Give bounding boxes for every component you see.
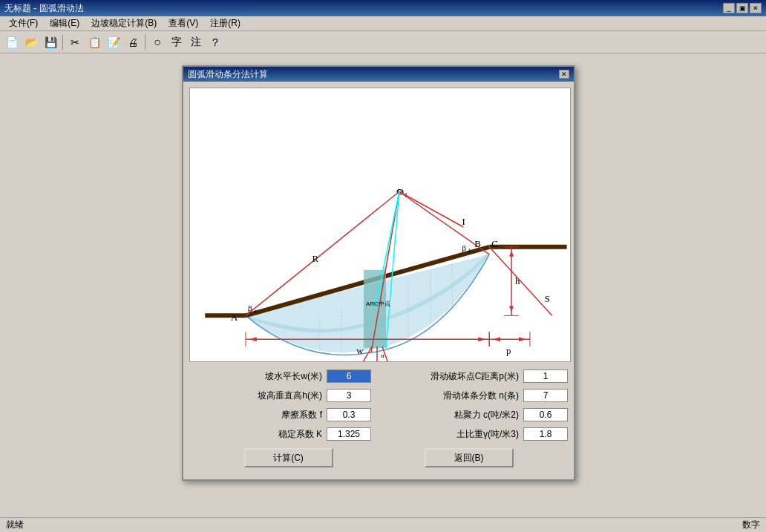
slope-w-input[interactable] (327, 370, 371, 383)
menu-file[interactable]: 文件(F) (3, 16, 44, 30)
menu-edit[interactable]: 编辑(E) (44, 16, 85, 30)
menu-bar: 文件(F) 编辑(E) 边坡稳定计算(B) 查看(V) 注册(R) (0, 16, 766, 31)
copy-button[interactable]: 📋 (85, 34, 103, 50)
stability-label: 稳定系数 K (278, 428, 322, 441)
save-button[interactable]: 💾 (42, 34, 59, 50)
title-bar: 无标题 - 圆弧滑动法 _ ▣ ✕ (0, 0, 766, 16)
svg-text:1: 1 (468, 248, 471, 254)
svg-text:B: B (474, 238, 481, 249)
toolbar-separator-1 (62, 35, 63, 50)
diagram-svg: O 1 I R A B C S (190, 88, 570, 361)
dialog-title: 圆弧滑动条分法计算 (188, 68, 268, 81)
svg-text:S: S (545, 293, 550, 304)
minimize-button[interactable]: _ (723, 3, 735, 13)
button-row: 计算(C) 返回(B) (198, 448, 559, 473)
window-title: 无标题 - 圆弧滑动法 (4, 2, 84, 15)
print-button[interactable]: 🖨 (124, 34, 142, 50)
paste-button[interactable]: 📝 (105, 34, 122, 50)
cohesion-label: 粘聚力 c(吨/米2) (454, 409, 519, 421)
stability-input[interactable] (327, 427, 371, 441)
slope-w-label: 坡水平长w(米) (265, 370, 322, 383)
svg-text:I: I (462, 216, 465, 227)
c-dist-label: 滑动破坏点C距离p(米) (431, 370, 519, 383)
status-bar: 就绪 数字 (0, 517, 766, 532)
form-row-k: 稳定系数 K (189, 426, 371, 442)
back-button[interactable]: 返回(B) (425, 448, 514, 467)
form-row-w: 坡水平长w(米) (189, 368, 371, 384)
dialog-close-button[interactable]: ✕ (559, 70, 569, 79)
friction-label: 摩擦系数 f (281, 409, 322, 421)
diagram-area: O 1 I R A B C S (189, 88, 571, 362)
form-area: 坡水平长w(米) 滑动破坏点C距离p(米) 坡高垂直高h(米) 滑动体条分数 n… (189, 368, 568, 442)
text-button[interactable]: 字 (168, 34, 186, 50)
c-dist-input[interactable] (523, 370, 568, 383)
slope-h-input[interactable] (327, 389, 371, 402)
dialog-title-bar: 圆弧滑动条分法计算 ✕ (183, 67, 574, 82)
menu-slope[interactable]: 边坡稳定计算(B) (85, 16, 163, 30)
help-button[interactable]: ? (206, 34, 224, 50)
cohesion-input[interactable] (523, 408, 568, 421)
note-button[interactable]: 注 (187, 34, 205, 50)
toolbar: 📄 📂 💾 ✂ 📋 📝 🖨 ○ 字 注 ? (0, 31, 766, 53)
window-controls: _ ▣ ✕ (723, 3, 762, 13)
strips-label: 滑动体条分数 n(条) (443, 390, 519, 402)
maximize-button[interactable]: ▣ (736, 3, 748, 13)
svg-text:α: α (381, 352, 384, 359)
form-row-p: 滑动破坏点C距离p(米) (386, 368, 568, 384)
form-row-gamma: 土比重γ(吨/米3) (386, 426, 568, 442)
svg-text:R: R (312, 253, 318, 264)
soil-weight-input[interactable] (523, 427, 568, 441)
menu-register[interactable]: 注册(R) (204, 16, 246, 30)
new-button[interactable]: 📄 (3, 34, 21, 50)
circle-button[interactable]: ○ (148, 34, 166, 50)
slope-h-label: 坡高垂直高h(米) (258, 390, 322, 402)
svg-text:A: A (231, 312, 238, 323)
cut-button[interactable]: ✂ (66, 34, 84, 50)
status-right: 数字 (742, 519, 760, 531)
form-row-f: 摩擦系数 f (189, 407, 371, 423)
form-row-h: 坡高垂直高h(米) (189, 387, 371, 404)
close-button[interactable]: ✕ (750, 3, 762, 13)
soil-weight-label: 土比重γ(吨/米3) (456, 428, 519, 441)
toolbar-separator-2 (145, 35, 145, 50)
svg-text:w: w (356, 345, 364, 356)
svg-text:ARC中点: ARC中点 (366, 301, 390, 307)
svg-text:p: p (506, 345, 511, 356)
svg-text:a: a (254, 308, 257, 315)
friction-input[interactable] (327, 408, 371, 421)
strips-input[interactable] (523, 389, 568, 402)
open-button[interactable]: 📂 (22, 34, 40, 50)
menu-view[interactable]: 查看(V) (163, 16, 204, 30)
dialog: 圆弧滑动条分法计算 ✕ (182, 65, 575, 481)
calculate-button[interactable]: 计算(C) (244, 448, 333, 467)
form-row-c: 粘聚力 c(吨/米2) (386, 407, 568, 423)
svg-text:C: C (491, 238, 498, 249)
svg-text:β: β (248, 303, 252, 312)
svg-text:β: β (462, 243, 466, 252)
form-row-n: 滑动体条分数 n(条) (386, 387, 568, 404)
status-left: 就绪 (6, 519, 24, 531)
